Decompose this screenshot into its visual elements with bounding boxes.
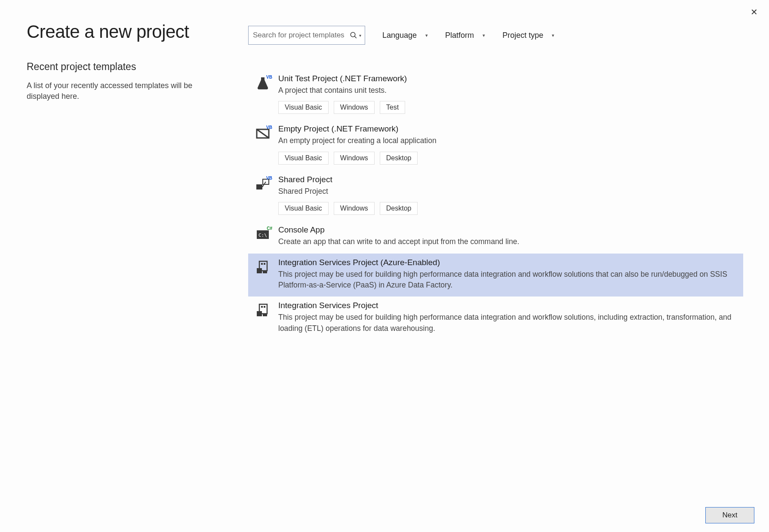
template-list: VBUnit Test Project (.NET Framework)A pr…	[248, 70, 743, 340]
template-body: Empty Project (.NET Framework)An empty p…	[278, 124, 736, 164]
dialog-body: Create a new project Recent project temp…	[0, 0, 769, 340]
template-title: Integration Services Project (Azure-Enab…	[278, 258, 736, 267]
template-title: Integration Services Project	[278, 301, 736, 310]
template-item[interactable]: VBShared ProjectShared ProjectVisual Bas…	[248, 171, 743, 221]
svg-line-1	[354, 36, 357, 38]
chevron-down-icon: ▾	[483, 33, 485, 38]
template-description: Create an app that can write to and acce…	[278, 236, 736, 247]
template-tag: Desktop	[380, 152, 418, 165]
svg-point-0	[351, 32, 355, 37]
template-tag: Visual Basic	[278, 101, 329, 114]
template-tag: Windows	[334, 202, 375, 215]
template-tag: Test	[380, 101, 405, 114]
svg-rect-11	[264, 263, 265, 265]
chevron-down-icon: ▾	[425, 33, 428, 38]
filter-row: ▾ Language ▾ Platform ▾ Project type ▾	[248, 26, 743, 45]
template-tag: Windows	[334, 152, 375, 165]
filter-project-type[interactable]: Project type ▾	[502, 31, 554, 40]
empty-vb-icon: VB	[255, 126, 271, 141]
next-button[interactable]: Next	[705, 507, 754, 523]
filter-language[interactable]: Language ▾	[382, 31, 428, 40]
template-item[interactable]: VBUnit Test Project (.NET Framework)A pr…	[248, 70, 743, 120]
template-item[interactable]: VBEmpty Project (.NET Framework)An empty…	[248, 120, 743, 170]
template-description: This project may be used for building hi…	[278, 312, 736, 334]
template-item[interactable]: C:\C#Console AppCreate an app that can w…	[248, 221, 743, 253]
template-description: This project may be used for building hi…	[278, 269, 736, 291]
template-title: Shared Project	[278, 175, 736, 184]
template-body: Console AppCreate an app that can write …	[278, 225, 736, 247]
template-tag: Windows	[334, 101, 375, 114]
close-button[interactable]: ✕	[747, 5, 761, 19]
svg-rect-13	[263, 271, 267, 273]
close-icon: ✕	[751, 7, 758, 17]
template-tag: Desktop	[380, 202, 418, 215]
chevron-down-icon: ▾	[552, 33, 554, 38]
flask-vb-icon: VB	[255, 76, 271, 91]
svg-rect-17	[257, 311, 262, 316]
template-title: Unit Test Project (.NET Framework)	[278, 74, 736, 83]
right-column: ▾ Language ▾ Platform ▾ Project type ▾ V…	[248, 21, 743, 340]
template-body: Integration Services ProjectThis project…	[278, 301, 736, 334]
template-tags: Visual BasicWindowsDesktop	[278, 152, 736, 165]
search-dropdown-caret-icon[interactable]: ▾	[359, 33, 361, 38]
template-tags: Visual BasicWindowsDesktop	[278, 202, 736, 215]
ssis-icon	[255, 260, 271, 275]
svg-rect-4	[256, 184, 262, 190]
search-box[interactable]: ▾	[248, 26, 365, 45]
svg-line-3	[257, 129, 269, 138]
console-cs-icon: C:\C#	[255, 227, 271, 242]
template-title: Empty Project (.NET Framework)	[278, 124, 736, 134]
filter-language-label: Language	[382, 31, 417, 40]
template-body: Unit Test Project (.NET Framework)A proj…	[278, 74, 736, 114]
shared-vb-icon: VB	[255, 177, 271, 192]
ssis-icon	[255, 303, 271, 318]
template-item[interactable]: Integration Services Project (Azure-Enab…	[248, 254, 743, 297]
svg-rect-12	[257, 268, 262, 273]
page-title: Create a new project	[27, 21, 212, 42]
svg-rect-10	[261, 263, 263, 265]
recent-templates-empty-message: A list of your recently accessed templat…	[27, 80, 212, 102]
filter-platform-label: Platform	[445, 31, 474, 40]
svg-rect-18	[263, 314, 267, 316]
svg-rect-15	[261, 306, 263, 308]
template-body: Shared ProjectShared ProjectVisual Basic…	[278, 175, 736, 215]
search-input[interactable]	[253, 31, 350, 40]
template-description: An empty project for creating a local ap…	[278, 135, 736, 146]
left-column: Create a new project Recent project temp…	[27, 21, 212, 340]
template-item[interactable]: Integration Services ProjectThis project…	[248, 297, 743, 340]
filter-project-type-label: Project type	[502, 31, 543, 40]
template-tag: Visual Basic	[278, 202, 329, 215]
filter-platform[interactable]: Platform ▾	[445, 31, 485, 40]
template-tag: Visual Basic	[278, 152, 329, 165]
search-icon	[350, 31, 357, 39]
template-description: A project that contains unit tests.	[278, 85, 736, 96]
template-tags: Visual BasicWindowsTest	[278, 101, 736, 114]
template-body: Integration Services Project (Azure-Enab…	[278, 258, 736, 291]
svg-text:C:\: C:\	[258, 232, 267, 238]
template-title: Console App	[278, 225, 736, 235]
svg-rect-16	[264, 306, 265, 308]
template-description: Shared Project	[278, 186, 736, 197]
recent-templates-heading: Recent project templates	[27, 61, 212, 73]
